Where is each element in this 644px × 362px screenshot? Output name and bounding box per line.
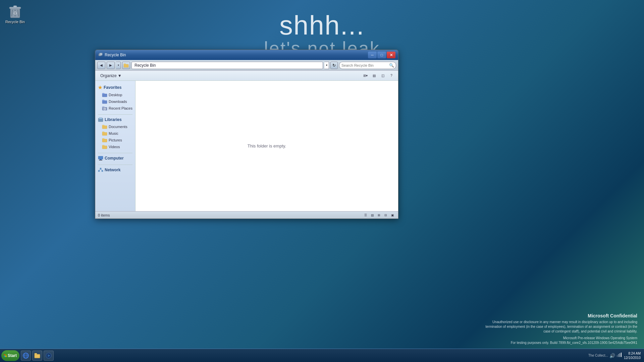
svg-rect-35 xyxy=(102,170,103,172)
organize-button[interactable]: Organize ▼ xyxy=(98,72,124,79)
svg-rect-47 xyxy=(35,354,40,358)
ie-button[interactable] xyxy=(21,351,31,361)
media-player-icon xyxy=(45,352,52,359)
search-icon: 🔍 xyxy=(389,63,394,68)
svg-rect-22 xyxy=(102,126,107,129)
overlay-shhh: shhh... xyxy=(264,10,380,41)
recent-places-label: Recent Places xyxy=(109,106,132,110)
system-clock[interactable]: 8:24 AM 12/10/2010 xyxy=(624,351,641,360)
videos-label: Videos xyxy=(109,145,120,149)
sidebar: ★ Favorites Desktop xyxy=(95,81,136,211)
svg-rect-24 xyxy=(102,132,107,135)
desktop-folder-icon xyxy=(102,93,107,97)
ie-icon xyxy=(22,352,29,359)
status-tile-view[interactable]: ▣ xyxy=(389,213,395,218)
status-large-icon-view[interactable]: ⊞ xyxy=(376,213,382,218)
nav-dropdown-button[interactable]: ▾ xyxy=(116,62,121,69)
window-title: Recycle Bin xyxy=(105,53,126,57)
forward-button[interactable]: ▶ xyxy=(107,62,115,69)
preview-pane-button[interactable]: ▤ xyxy=(370,72,378,79)
sidebar-item-downloads[interactable]: Downloads xyxy=(95,98,135,105)
search-input[interactable] xyxy=(341,63,388,67)
svg-rect-27 xyxy=(102,138,104,139)
status-small-icon-view[interactable]: ⊟ xyxy=(383,213,389,218)
status-detail-view[interactable]: ▤ xyxy=(369,213,375,218)
tray-notification-text: The Collect... xyxy=(588,354,608,357)
maximize-button[interactable]: □ xyxy=(377,52,386,58)
organize-dropdown-icon: ▼ xyxy=(118,73,122,78)
sidebar-item-documents[interactable]: Documents xyxy=(95,123,135,130)
sidebar-libraries-header[interactable]: Libraries xyxy=(95,116,135,123)
address-path[interactable]: Recycle Bin xyxy=(131,62,323,69)
svg-rect-13 xyxy=(102,101,107,104)
close-button[interactable]: ✕ xyxy=(387,52,395,58)
title-bar-left: Recycle Bin xyxy=(98,52,126,58)
status-items-count: 0 items xyxy=(98,213,110,217)
confidential-title: Microsoft Confidential xyxy=(483,313,637,318)
svg-rect-34 xyxy=(98,170,100,172)
address-bar: ◀ ▶ ▾ Recycle Bin ▾ ↻ 🔍 xyxy=(95,60,398,71)
computer-icon xyxy=(98,156,103,161)
sidebar-item-desktop[interactable]: Desktop xyxy=(95,92,135,98)
svg-rect-11 xyxy=(102,94,107,97)
search-box[interactable]: 🔍 xyxy=(339,62,396,69)
sidebar-network-section: Network xyxy=(95,166,135,174)
back-button[interactable]: ◀ xyxy=(97,62,105,69)
speaker-icon[interactable]: 🔊 xyxy=(609,353,615,358)
svg-rect-31 xyxy=(100,159,102,160)
sidebar-item-recent-places[interactable]: Recent Places xyxy=(95,105,135,112)
folder-up-button[interactable] xyxy=(122,62,130,69)
sidebar-favorites-header[interactable]: ★ Favorites xyxy=(95,83,135,92)
svg-rect-38 xyxy=(4,354,5,356)
address-dropdown[interactable]: ▾ xyxy=(324,62,329,69)
network-connection-icon xyxy=(616,352,622,358)
recycle-bin-label: Recycle Bin xyxy=(5,20,25,24)
minimize-button[interactable]: ─ xyxy=(368,52,377,58)
recent-places-icon xyxy=(102,106,107,111)
svg-rect-39 xyxy=(5,354,7,356)
status-list-view[interactable]: ☰ xyxy=(363,213,369,218)
recycle-bin-desktop-icon[interactable]: ♻ Recycle Bin xyxy=(2,2,29,25)
sidebar-network-header[interactable]: Network xyxy=(95,166,135,174)
recycle-bin-icon-image: ♻ xyxy=(7,3,23,19)
documents-icon xyxy=(102,124,107,129)
status-view-buttons: ☰ ▤ ⊞ ⊟ ▣ xyxy=(363,213,395,218)
address-text: Recycle Bin xyxy=(135,63,156,68)
sidebar-divider-1 xyxy=(98,114,132,115)
help-button[interactable]: ? xyxy=(387,72,395,79)
sidebar-computer-section: Computer xyxy=(95,155,135,162)
start-button[interactable]: Start xyxy=(1,350,19,361)
media-player-button[interactable] xyxy=(44,351,54,361)
sidebar-computer-header[interactable]: Computer xyxy=(95,155,135,162)
svg-rect-48 xyxy=(35,353,37,355)
tray-icons: The Collect... 🔊 xyxy=(588,352,622,359)
clock-time: 8:24 AM xyxy=(628,351,641,356)
change-view-button[interactable]: ⊞▾ xyxy=(361,72,369,79)
file-explorer-icon xyxy=(34,352,41,359)
svg-rect-41 xyxy=(5,356,7,357)
details-pane-button[interactable]: ◫ xyxy=(379,72,387,79)
svg-rect-32 xyxy=(99,160,102,161)
svg-rect-10 xyxy=(124,64,126,65)
svg-point-51 xyxy=(48,355,49,356)
toolbar: Organize ▼ ⊞▾ ▤ ◫ ? xyxy=(95,71,398,81)
title-bar: Recycle Bin ─ □ ✕ xyxy=(95,50,398,60)
file-explorer-button[interactable] xyxy=(32,351,42,361)
empty-folder-message: This folder is empty. xyxy=(248,143,286,148)
network-icon xyxy=(98,168,103,172)
sidebar-item-music[interactable]: Music xyxy=(95,130,135,137)
svg-rect-40 xyxy=(4,356,5,357)
svg-rect-54 xyxy=(620,353,620,357)
sidebar-item-pictures[interactable]: Pictures xyxy=(95,137,135,143)
sidebar-divider-2 xyxy=(98,153,132,153)
network-tray-icon[interactable] xyxy=(616,352,622,359)
refresh-button[interactable]: ↻ xyxy=(330,62,338,69)
music-label: Music xyxy=(109,131,118,135)
libraries-icon xyxy=(98,117,103,122)
svg-rect-30 xyxy=(98,156,103,159)
start-label: Start xyxy=(8,353,17,358)
svg-rect-28 xyxy=(102,146,107,149)
status-bar: 0 items ☰ ▤ ⊞ ⊟ ▣ xyxy=(95,211,398,219)
build-title: Microsoft Pre-release Windows Operating … xyxy=(483,336,637,341)
sidebar-item-videos[interactable]: Videos xyxy=(95,143,135,150)
